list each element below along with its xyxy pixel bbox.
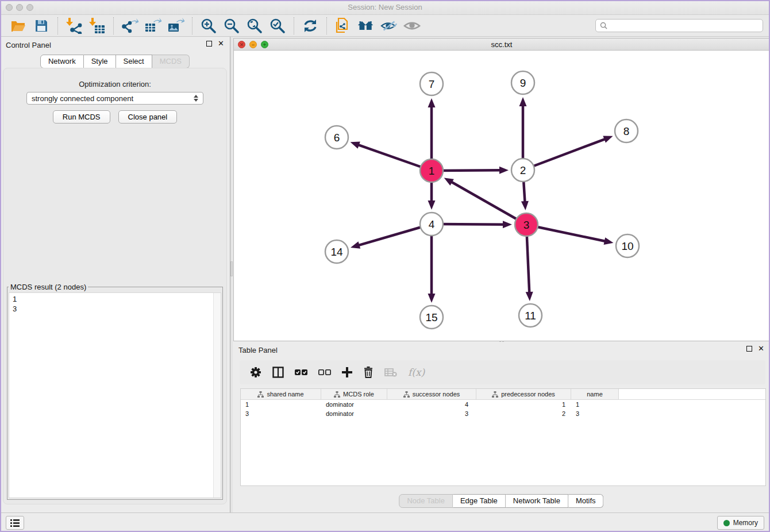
network-graph[interactable]: 7968124314101511 xyxy=(234,51,769,341)
gear-icon[interactable] xyxy=(250,367,261,378)
graph-arrowhead xyxy=(603,136,613,142)
column-header-predecessor-nodes[interactable]: predecessor nodes xyxy=(476,389,571,399)
search-field[interactable] xyxy=(595,19,763,32)
memory-button[interactable]: Memory xyxy=(717,516,764,530)
mcds-result-area[interactable]: 1 3 xyxy=(9,292,221,498)
delete-table-icon xyxy=(384,368,397,377)
mcds-result-title: MCDS result (2 nodes) xyxy=(9,283,88,291)
criterion-select[interactable]: strongly connected component xyxy=(26,92,203,105)
control-panel-tabs: Network Style Select MCDS xyxy=(0,55,230,68)
column-header-mcds-role[interactable]: MCDS role xyxy=(321,389,387,399)
flat-hierarchy-icon xyxy=(403,391,410,398)
graph-edge-3-1[interactable] xyxy=(451,182,526,225)
close-table-panel-icon[interactable]: ✕ xyxy=(758,345,764,352)
tab-network-table[interactable]: Network Table xyxy=(506,494,568,508)
table-row[interactable]: 1dominator411 xyxy=(241,400,765,409)
toolbar-separator xyxy=(113,17,114,34)
toolbar-separator xyxy=(57,17,58,34)
import-network-icon[interactable] xyxy=(66,17,83,34)
show-hide-graphics-icon[interactable] xyxy=(380,17,398,34)
table-cell: dominator xyxy=(321,410,387,417)
memory-status-icon xyxy=(723,520,730,526)
table-cell: 3 xyxy=(241,410,321,417)
show-columns-icon[interactable] xyxy=(272,367,284,378)
optimization-criterion-label: Optimization criterion: xyxy=(3,80,226,88)
toolbar-separator xyxy=(294,17,294,34)
zoom-in-icon[interactable] xyxy=(200,17,217,34)
graph-node-label: 1 xyxy=(429,165,435,177)
table-panel-header: Table Panel ✕ xyxy=(233,342,770,357)
column-header-shared-name[interactable]: shared name xyxy=(241,389,321,399)
float-table-panel-icon[interactable] xyxy=(746,346,752,352)
graph-node-label: 7 xyxy=(429,78,435,90)
task-history-button[interactable] xyxy=(6,516,24,530)
control-panel-title: Control Panel xyxy=(6,41,51,49)
tab-motifs[interactable]: Motifs xyxy=(568,494,604,508)
first-neighbors-icon[interactable] xyxy=(357,17,375,34)
result-scrollbar[interactable] xyxy=(213,293,221,498)
table-header-filler xyxy=(619,389,765,399)
mcds-result-group: MCDS result (2 nodes) 1 3 xyxy=(7,283,223,500)
table-tabs: Node Table Edge Table Network Table Moti… xyxy=(367,494,636,508)
mcds-panel-body: Optimization criterion: strongly connect… xyxy=(3,68,227,504)
zoom-fit-icon[interactable] xyxy=(246,17,263,34)
export-table-icon[interactable] xyxy=(144,17,161,34)
tab-style[interactable]: Style xyxy=(84,55,116,68)
zoom-selected-icon[interactable] xyxy=(269,17,286,34)
graph-node-label: 3 xyxy=(523,219,530,231)
graph-node-label: 9 xyxy=(520,77,526,89)
graph-node-label: 10 xyxy=(621,240,633,252)
refresh-network-view-icon[interactable] xyxy=(302,17,319,34)
tab-mcds[interactable]: MCDS xyxy=(152,55,190,68)
graph-arrowhead xyxy=(519,97,527,106)
close-panel-icon[interactable]: ✕ xyxy=(218,40,224,47)
save-session-icon[interactable] xyxy=(33,17,50,34)
import-table-icon[interactable] xyxy=(88,17,106,34)
table-cell: 2 xyxy=(476,410,571,417)
memory-label: Memory xyxy=(733,519,758,527)
close-panel-button[interactable]: Close panel xyxy=(118,110,178,124)
table-row[interactable]: 3dominator323 xyxy=(241,409,765,418)
graph-edge-2-8[interactable] xyxy=(523,139,606,170)
search-input[interactable] xyxy=(610,22,759,30)
graph-arrowhead xyxy=(499,167,509,174)
status-bar: Memory xyxy=(0,512,770,532)
column-header-name[interactable]: name xyxy=(571,389,619,399)
select-all-icon[interactable] xyxy=(295,369,307,376)
export-image-icon[interactable] xyxy=(167,17,184,34)
network-window-title: scc.txt xyxy=(234,40,769,49)
workspace: ✕ − + scc.txt 7968124314101511 Table Pan… xyxy=(233,37,770,512)
tab-node-table[interactable]: Node Table xyxy=(399,494,453,508)
duplicate-network-icon[interactable] xyxy=(334,17,352,34)
eye-icon[interactable] xyxy=(403,17,421,34)
network-canvas[interactable]: 7968124314101511 xyxy=(234,51,769,341)
control-panel-header: Control Panel ✕ xyxy=(0,37,230,53)
delete-row-icon[interactable] xyxy=(363,367,374,378)
table-header-row: shared name MCDS role successor nodes pr… xyxy=(241,389,765,400)
add-row-icon[interactable] xyxy=(342,367,352,377)
run-mcds-button[interactable]: Run MCDS xyxy=(53,110,110,124)
unselect-all-icon[interactable] xyxy=(318,369,331,376)
function-builder-icon: f(x) xyxy=(408,367,425,378)
select-stepper-icon xyxy=(194,95,198,102)
table-cell: 3 xyxy=(571,410,619,417)
tab-select[interactable]: Select xyxy=(116,55,152,68)
graph-arrowhead xyxy=(351,141,360,148)
zoom-out-icon[interactable] xyxy=(223,17,240,34)
table-panel: Table Panel ✕ xyxy=(233,342,770,512)
flat-hierarchy-icon xyxy=(257,391,264,398)
graph-node-label: 8 xyxy=(623,125,630,137)
graph-arrowhead xyxy=(351,241,360,248)
table-body: 1dominator4113dominator323 xyxy=(241,400,765,418)
app-titlebar: Session: New Session xyxy=(0,0,770,15)
graph-node-label: 2 xyxy=(520,164,526,176)
tab-network[interactable]: Network xyxy=(40,55,84,68)
table-cell: 4 xyxy=(387,401,476,408)
tab-edge-table[interactable]: Edge Table xyxy=(453,494,506,508)
export-network-icon[interactable] xyxy=(121,17,138,34)
graph-node-label: 11 xyxy=(525,310,536,322)
float-panel-icon[interactable] xyxy=(206,41,212,47)
open-file-icon[interactable] xyxy=(10,17,27,34)
column-header-successor-nodes[interactable]: successor nodes xyxy=(387,389,476,399)
toolbar-separator xyxy=(192,17,192,34)
